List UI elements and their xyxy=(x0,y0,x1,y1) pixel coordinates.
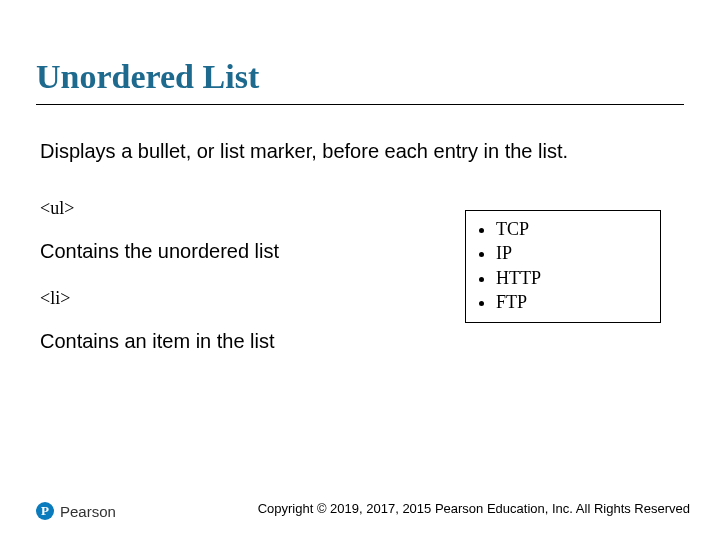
example-output-box: TCP IP HTTP FTP xyxy=(465,210,661,323)
li-explanation: Contains an item in the list xyxy=(40,330,275,353)
publisher-name: Pearson xyxy=(60,503,116,520)
example-list: TCP IP HTTP FTP xyxy=(476,217,650,314)
list-item: IP xyxy=(496,241,650,265)
list-item: FTP xyxy=(496,290,650,314)
title-underline xyxy=(36,104,684,105)
copyright-text: Copyright © 2019, 2017, 2015 Pearson Edu… xyxy=(258,501,690,516)
pearson-logo-icon: P xyxy=(36,502,54,520)
code-tag-ul: <ul> xyxy=(40,198,74,219)
publisher-logo: P Pearson xyxy=(36,502,116,520)
ul-explanation: Contains the unordered list xyxy=(40,240,279,263)
code-tag-li: <li> xyxy=(40,288,70,309)
list-item: HTTP xyxy=(496,266,650,290)
slide-title: Unordered List xyxy=(36,58,259,96)
list-item: TCP xyxy=(496,217,650,241)
slide: Unordered List Displays a bullet, or lis… xyxy=(0,0,720,540)
description-text: Displays a bullet, or list marker, befor… xyxy=(40,140,568,163)
